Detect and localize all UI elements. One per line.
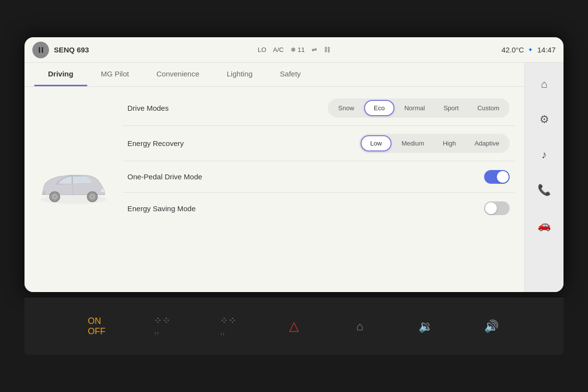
mode-snow[interactable]: Snow [329, 100, 363, 116]
energy-recovery-control: Low Medium High Adaptive [235, 134, 510, 153]
tab-safety[interactable]: Safety [266, 63, 315, 86]
drive-modes-label: Drive Modes [127, 104, 235, 112]
logo [32, 42, 49, 58]
one-pedal-row: One-Pedal Drive Mode [122, 161, 514, 193]
content-panel: Driving MG Pilot Convenience Lighting Sa… [24, 63, 524, 292]
main-area: Driving MG Pilot Convenience Lighting Sa… [24, 63, 564, 292]
drive-modes-row: Drive Modes Snow Eco Normal Sport Custom [122, 91, 514, 126]
phone-icon: 📞 [538, 184, 551, 196]
onoff-icon: ONOFF [88, 316, 105, 337]
sidebar-car-button[interactable]: 🚗 [529, 210, 560, 241]
svg-point-7 [91, 196, 94, 198]
energy-saving-control [235, 201, 510, 215]
music-icon: ♪ [541, 148, 547, 161]
sidebar-settings-button[interactable]: ⚙ [529, 104, 560, 135]
gear-icon: ⚙ [539, 113, 549, 126]
energy-recovery-label: Energy Recovery [127, 139, 235, 147]
recovery-adaptive[interactable]: Adaptive [466, 135, 508, 151]
car-id: SENQ 693 [54, 46, 89, 54]
car-image [34, 168, 113, 211]
bluetooth-icon: ✦ [528, 46, 533, 53]
recovery-low[interactable]: Low [361, 135, 392, 151]
tab-lighting[interactable]: Lighting [213, 63, 267, 86]
top-bar-left: SENQ 693 [32, 42, 163, 58]
mode-custom[interactable]: Custom [468, 100, 508, 116]
recovery-selector: Low Medium High Adaptive [359, 134, 510, 153]
svg-point-4 [53, 196, 56, 198]
sidebar-phone-button[interactable]: 📞 [529, 174, 560, 206]
one-pedal-label: One-Pedal Drive Mode [127, 172, 235, 181]
energy-saving-toggle[interactable] [484, 201, 510, 215]
drive-modes-control: Snow Eco Normal Sport Custom [235, 98, 510, 118]
status-recirculate: ⇌ [312, 46, 317, 53]
front-defrost-icon: ⁘⁘↑↑ [154, 315, 171, 338]
one-pedal-knob [497, 171, 509, 183]
hw-vol-down-button[interactable]: 🔉 [411, 312, 441, 341]
car-image-area [24, 87, 122, 292]
hw-vol-up-button[interactable]: 🔊 [477, 312, 506, 341]
top-bar-right: 42.0°C ✦ 14:47 [425, 46, 556, 54]
status-bar: LO A/C ❄ 11 ⇌ ⛓ [163, 46, 425, 53]
hw-home-button[interactable]: ⌂ [345, 312, 374, 341]
hw-hazard-button[interactable]: △ [279, 312, 309, 341]
vol-down-icon: 🔉 [418, 319, 433, 333]
energy-recovery-row: Energy Recovery Low Medium High Adaptive [122, 126, 514, 161]
sidebar-home-button[interactable]: ⌂ [529, 69, 560, 100]
right-sidebar: ⌂ ⚙ ♪ 📞 🚗 [524, 63, 564, 292]
top-bar: SENQ 693 LO A/C ❄ 11 ⇌ ⛓ 42.0°C ✦ 14:47 [24, 37, 564, 63]
energy-saving-row: Energy Saving Mode [122, 193, 514, 224]
hw-home-icon: ⌂ [356, 319, 364, 333]
sidebar-music-button[interactable]: ♪ [529, 139, 560, 171]
hazard-icon: △ [289, 318, 299, 334]
settings-list: Drive Modes Snow Eco Normal Sport Custom [122, 87, 524, 292]
home-icon: ⌂ [541, 78, 547, 91]
tabs: Driving MG Pilot Convenience Lighting Sa… [24, 63, 524, 87]
status-link: ⛓ [324, 46, 330, 53]
hw-rear-defrost-button[interactable]: ⁘⁘↓↓ [214, 312, 243, 341]
status-lo: LO [258, 46, 266, 53]
mode-normal[interactable]: Normal [395, 100, 434, 116]
one-pedal-control [235, 170, 510, 184]
temperature-display: 42.0°C [501, 46, 524, 54]
hw-front-defrost-button[interactable]: ⁘⁘↑↑ [147, 312, 177, 341]
status-ac: A/C [273, 46, 284, 53]
mode-sport[interactable]: Sport [435, 100, 467, 116]
mode-eco[interactable]: Eco [364, 100, 394, 116]
drive-mode-selector: Snow Eco Normal Sport Custom [328, 98, 510, 118]
recovery-high[interactable]: High [434, 135, 465, 151]
recovery-medium[interactable]: Medium [392, 135, 433, 151]
hw-onoff-button[interactable]: ONOFF [82, 312, 111, 341]
energy-saving-label: Energy Saving Mode [127, 204, 235, 213]
vol-up-icon: 🔊 [484, 319, 499, 333]
rear-defrost-icon: ⁘⁘↓↓ [220, 315, 237, 338]
tab-driving[interactable]: Driving [34, 63, 87, 86]
status-fan: ❄ 11 [291, 46, 305, 53]
car-icon: 🚗 [538, 219, 551, 232]
tab-mgpilot[interactable]: MG Pilot [87, 63, 143, 86]
hardware-button-bar: ONOFF ⁘⁘↑↑ ⁘⁘↓↓ △ ⌂ 🔉 🔊 [24, 296, 564, 355]
time-display: 14:47 [537, 46, 556, 54]
energy-saving-knob [485, 202, 497, 214]
tab-convenience[interactable]: Convenience [143, 63, 213, 86]
one-pedal-toggle[interactable] [484, 170, 510, 184]
settings-area: Drive Modes Snow Eco Normal Sport Custom [24, 87, 524, 292]
